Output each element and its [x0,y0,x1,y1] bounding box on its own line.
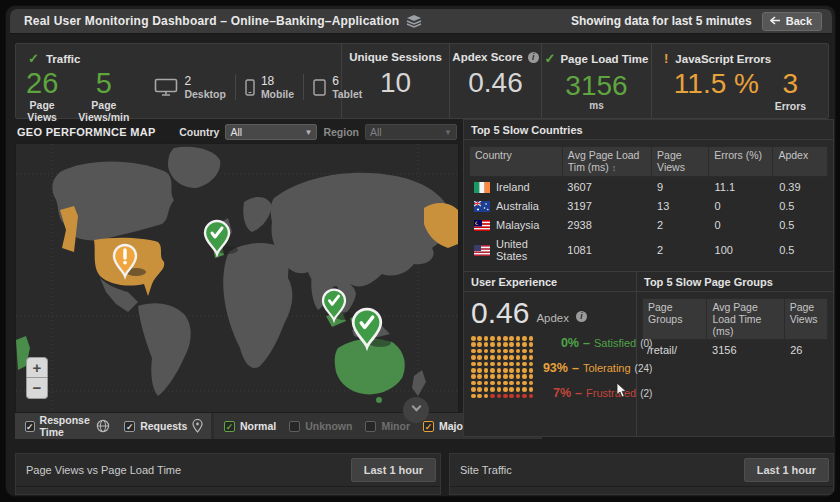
col-avg-load-time[interactable]: Avg Page Load Time (ms) [707,299,784,339]
col-country[interactable]: Country [470,147,563,176]
dashboard-window: Real User Monitoring Dashboard – Online–… [5,5,836,497]
check-icon: ✓ [545,51,556,66]
apdex-score-section: Apdex Score i 0.46 [450,44,542,118]
severity-normal[interactable]: ✓ Normal [224,420,276,432]
tolerating-dot [509,349,514,354]
tolerating-dot [509,368,514,373]
severity-major[interactable]: ✓ Major [423,420,467,432]
tolerating-dot [484,374,489,379]
col-page-views[interactable]: Page Views [652,147,709,176]
col-apdex[interactable]: Apdex [773,147,827,176]
tolerating-dot [516,362,521,367]
table-row[interactable]: United States 1081 2 100 0.5 [469,234,828,265]
collapse-map-button[interactable] [403,397,429,423]
slow-page-groups-table: Page Groups Avg Page Load Time (ms) Page… [642,298,828,359]
tolerating-dot [484,387,489,392]
map-layer-toggles: ✓ Response Time ✓ Requests [15,413,211,439]
info-icon[interactable]: i [528,52,539,63]
tolerating-dot [471,355,476,360]
col-avg-load-time[interactable]: Avg Page Load Tim (ms) ↕ [563,147,652,176]
table-header: Page Groups Avg Page Load Time (ms) Page… [642,298,828,340]
panel-title: Page Views vs Page Load Time [26,464,181,476]
toggle-requests[interactable]: ✓ Requests [124,419,203,433]
col-page-views[interactable]: Page Views [785,299,827,339]
tolerating-dot [471,336,476,341]
tolerating-dot [471,362,476,367]
tolerating-dot [516,368,521,373]
panel-title: Site Traffic [460,464,512,476]
tolerating-dot [516,349,521,354]
chevron-down-icon [411,402,421,412]
tolerating-dot [509,387,514,392]
tolerating-dot [509,362,514,367]
tolerating-dot [516,374,521,379]
region-select[interactable]: All ▼ [365,124,457,140]
device-count: 18 [261,74,294,88]
device-desktop: 2 Desktop [145,74,235,100]
tolerating-dot [503,342,508,347]
time-range-button[interactable]: Last 1 hour [351,458,436,482]
frustrated-dot [516,394,521,399]
apdex-legend-frustrated: 7% – Frustrated (2) [543,386,652,400]
region-filter-label: Region [323,126,359,138]
tolerating-dot [477,381,482,386]
page-load-time-section: ✓ Page Load Time 3156 ms [542,44,652,118]
col-page-groups[interactable]: Page Groups [643,299,707,339]
back-button[interactable]: Back [762,12,822,31]
table-row[interactable]: /retail/ 3156 26 [642,340,828,359]
chevron-down-icon: ▼ [304,128,312,137]
sort-icon: ↕ [612,163,617,173]
tolerating-dot [509,336,514,341]
check-icon: ✓ [28,51,39,66]
traffic-section: ✓ Traffic 26 Page Views 5 Page Views/min… [16,44,342,118]
flag-icon-au [474,201,490,212]
tolerating-dot [484,349,489,354]
tolerating-dot [497,355,502,360]
tolerating-dot [477,336,482,341]
device-label: Desktop [184,88,225,100]
unique-sessions-value: 10 [342,67,449,99]
tolerating-dot [477,342,482,347]
zoom-out-button[interactable]: − [26,378,48,399]
table-row[interactable]: Malaysia 2938 2 0 0.5 [469,215,828,234]
slow-page-groups-tbody: /retail/ 3156 26 [642,340,828,359]
tolerating-dot [516,336,521,341]
frustrated-dot [509,394,514,399]
tolerating-dot [497,368,502,373]
zoom-in-button[interactable]: + [26,357,48,378]
slow-countries-table: Country Avg Page Load Tim (ms) ↕ Page Vi… [469,146,828,265]
device-breakdown: 2 Desktop 18 Mobile 6 Tablet [145,74,371,100]
tolerating-dot [503,349,508,354]
tolerating-dot [477,387,482,392]
tolerating-dot [522,374,527,379]
tolerating-dot [471,387,476,392]
tolerating-dot [484,342,489,347]
info-icon[interactable]: i [576,311,587,322]
world-map[interactable]: + − [15,143,459,413]
table-row[interactable]: Australia 3197 13 0 0.5 [469,196,828,215]
tolerating-dot [529,355,534,360]
country-select[interactable]: All ▼ [225,124,317,140]
slow-countries-tbody: Ireland 3607 9 11.1 0.39 Australia 3197 … [469,177,828,265]
tolerating-dot [503,381,508,386]
tolerating-dot [471,342,476,347]
col-errors[interactable]: Errors (%) [709,147,773,176]
tolerating-dot [509,374,514,379]
tolerating-dot [477,362,482,367]
tolerating-dot [522,368,527,373]
severity-minor[interactable]: Minor [365,420,410,432]
severity-unknown[interactable]: Unknown [289,420,352,432]
tolerating-dot [529,374,534,379]
toggle-response-time[interactable]: ✓ Response Time [25,414,110,438]
geo-map-title: GEO PERFORMNCE MAP [17,126,156,138]
tolerating-dot [516,342,521,347]
page-views-min-metric: 5 Page Views/min [68,68,139,123]
device-mobile: 18 Mobile [236,74,304,100]
tolerating-dot [497,342,502,347]
time-range-button[interactable]: Last 1 hour [744,458,829,482]
tolerating-dot [503,336,508,341]
tolerating-dot [477,349,482,354]
javascript-errors-percent: 11.5 % [674,68,759,100]
table-row[interactable]: Ireland 3607 9 11.1 0.39 [469,177,828,196]
tolerating-dot [477,394,482,399]
